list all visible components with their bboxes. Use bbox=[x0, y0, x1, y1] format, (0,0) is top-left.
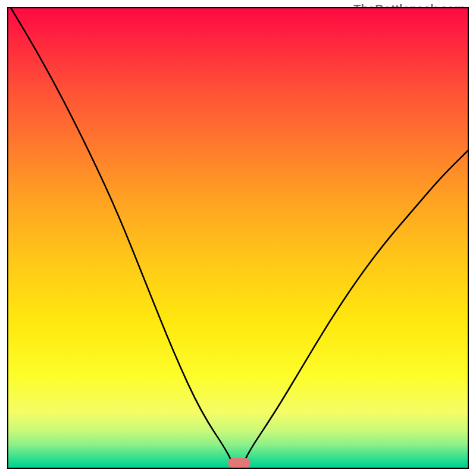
bottleneck-chart: TheBottleneck.com bbox=[0, 0, 476, 476]
optimal-marker bbox=[228, 458, 250, 468]
curve-path bbox=[8, 8, 468, 468]
bottleneck-curve bbox=[8, 8, 468, 468]
plot-area bbox=[7, 7, 469, 469]
